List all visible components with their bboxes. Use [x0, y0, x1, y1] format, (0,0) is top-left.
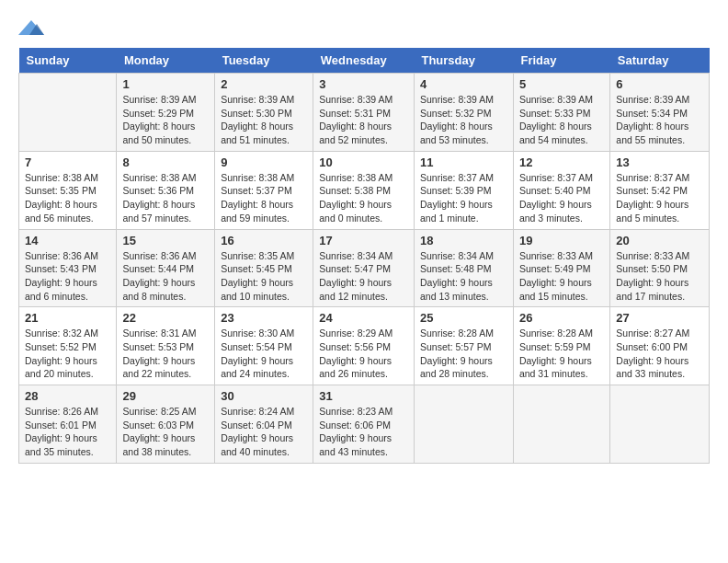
day-number: 18 — [420, 234, 507, 247]
calendar-table: SundayMondayTuesdayWednesdayThursdayFrid… — [18, 48, 710, 464]
day-detail: Sunrise: 8:39 AMSunset: 5:34 PMDaylight:… — [616, 93, 703, 147]
calendar-cell — [19, 74, 117, 152]
day-detail: Sunrise: 8:39 AMSunset: 5:30 PMDaylight:… — [221, 93, 307, 147]
calendar-cell: 29Sunrise: 8:25 AMSunset: 6:03 PMDayligh… — [117, 385, 215, 464]
calendar-week-row: 21Sunrise: 8:32 AMSunset: 5:52 PMDayligh… — [19, 307, 710, 385]
day-detail: Sunrise: 8:38 AMSunset: 5:38 PMDaylight:… — [319, 171, 408, 225]
day-number: 30 — [221, 389, 307, 403]
calendar-cell: 6Sunrise: 8:39 AMSunset: 5:34 PMDaylight… — [610, 74, 710, 152]
calendar-cell: 14Sunrise: 8:36 AMSunset: 5:43 PMDayligh… — [19, 229, 117, 307]
day-number: 24 — [319, 311, 408, 325]
day-number: 13 — [616, 155, 703, 169]
day-number: 17 — [319, 234, 408, 247]
calendar-cell: 21Sunrise: 8:32 AMSunset: 5:52 PMDayligh… — [19, 307, 117, 385]
day-number: 27 — [616, 311, 703, 325]
calendar-cell: 30Sunrise: 8:24 AMSunset: 6:04 PMDayligh… — [215, 385, 313, 464]
day-number: 31 — [319, 389, 408, 403]
day-number: 16 — [221, 234, 307, 247]
weekday-header-tuesday: Tuesday — [215, 48, 313, 74]
calendar-cell — [610, 385, 710, 464]
calendar-week-row: 7Sunrise: 8:38 AMSunset: 5:35 PMDaylight… — [19, 151, 710, 229]
day-detail: Sunrise: 8:39 AMSunset: 5:33 PMDaylight:… — [519, 93, 604, 147]
day-detail: Sunrise: 8:31 AMSunset: 5:53 PMDaylight:… — [122, 327, 209, 381]
calendar-cell: 31Sunrise: 8:23 AMSunset: 6:06 PMDayligh… — [313, 385, 415, 464]
calendar-cell: 11Sunrise: 8:37 AMSunset: 5:39 PMDayligh… — [414, 151, 513, 229]
day-number: 15 — [122, 234, 209, 247]
calendar-week-row: 28Sunrise: 8:26 AMSunset: 6:01 PMDayligh… — [19, 385, 710, 464]
page-header — [18, 18, 710, 39]
calendar-cell: 18Sunrise: 8:34 AMSunset: 5:48 PMDayligh… — [414, 229, 513, 307]
day-number: 25 — [420, 311, 507, 325]
day-number: 22 — [122, 311, 209, 325]
calendar-cell: 8Sunrise: 8:38 AMSunset: 5:36 PMDaylight… — [117, 151, 215, 229]
day-detail: Sunrise: 8:26 AMSunset: 6:01 PMDaylight:… — [25, 405, 110, 459]
day-number: 1 — [122, 77, 209, 91]
calendar-cell: 12Sunrise: 8:37 AMSunset: 5:40 PMDayligh… — [513, 151, 609, 229]
calendar-cell: 13Sunrise: 8:37 AMSunset: 5:42 PMDayligh… — [610, 151, 710, 229]
day-detail: Sunrise: 8:33 AMSunset: 5:50 PMDaylight:… — [616, 249, 703, 304]
calendar-cell: 23Sunrise: 8:30 AMSunset: 5:54 PMDayligh… — [215, 307, 313, 385]
day-detail: Sunrise: 8:32 AMSunset: 5:52 PMDaylight:… — [25, 327, 110, 381]
calendar-cell: 5Sunrise: 8:39 AMSunset: 5:33 PMDaylight… — [513, 74, 609, 152]
day-number: 26 — [519, 311, 604, 325]
calendar-cell: 25Sunrise: 8:28 AMSunset: 5:57 PMDayligh… — [414, 307, 513, 385]
day-detail: Sunrise: 8:37 AMSunset: 5:42 PMDaylight:… — [616, 171, 703, 225]
day-detail: Sunrise: 8:36 AMSunset: 5:44 PMDaylight:… — [122, 249, 209, 304]
day-detail: Sunrise: 8:25 AMSunset: 6:03 PMDaylight:… — [122, 405, 209, 459]
calendar-cell: 27Sunrise: 8:27 AMSunset: 6:00 PMDayligh… — [610, 307, 710, 385]
calendar-cell: 10Sunrise: 8:38 AMSunset: 5:38 PMDayligh… — [313, 151, 415, 229]
day-number: 5 — [519, 77, 604, 91]
weekday-header-monday: Monday — [117, 48, 215, 74]
day-number: 14 — [25, 234, 110, 247]
weekday-header-wednesday: Wednesday — [313, 48, 415, 74]
day-number: 2 — [221, 77, 307, 91]
day-detail: Sunrise: 8:38 AMSunset: 5:37 PMDaylight:… — [221, 171, 307, 225]
day-detail: Sunrise: 8:28 AMSunset: 5:59 PMDaylight:… — [519, 327, 604, 381]
day-detail: Sunrise: 8:30 AMSunset: 5:54 PMDaylight:… — [221, 327, 307, 381]
calendar-week-row: 1Sunrise: 8:39 AMSunset: 5:29 PMDaylight… — [19, 74, 710, 152]
logo-icon — [18, 18, 44, 39]
day-number: 20 — [616, 234, 703, 247]
day-number: 7 — [25, 155, 110, 169]
day-number: 4 — [420, 77, 507, 91]
day-detail: Sunrise: 8:39 AMSunset: 5:32 PMDaylight:… — [420, 93, 507, 147]
calendar-week-row: 14Sunrise: 8:36 AMSunset: 5:43 PMDayligh… — [19, 229, 710, 307]
day-number: 28 — [25, 389, 110, 403]
day-detail: Sunrise: 8:23 AMSunset: 6:06 PMDaylight:… — [319, 405, 408, 459]
day-detail: Sunrise: 8:37 AMSunset: 5:39 PMDaylight:… — [420, 171, 507, 225]
day-detail: Sunrise: 8:38 AMSunset: 5:35 PMDaylight:… — [25, 171, 110, 225]
calendar-cell: 16Sunrise: 8:35 AMSunset: 5:45 PMDayligh… — [215, 229, 313, 307]
day-number: 23 — [221, 311, 307, 325]
day-number: 29 — [122, 389, 209, 403]
day-detail: Sunrise: 8:39 AMSunset: 5:29 PMDaylight:… — [122, 93, 209, 147]
calendar-cell: 4Sunrise: 8:39 AMSunset: 5:32 PMDaylight… — [414, 74, 513, 152]
day-detail: Sunrise: 8:35 AMSunset: 5:45 PMDaylight:… — [221, 249, 307, 304]
weekday-header-thursday: Thursday — [414, 48, 513, 74]
calendar-cell — [414, 385, 513, 464]
day-number: 3 — [319, 77, 408, 91]
day-detail: Sunrise: 8:39 AMSunset: 5:31 PMDaylight:… — [319, 93, 408, 147]
calendar-cell: 2Sunrise: 8:39 AMSunset: 5:30 PMDaylight… — [215, 74, 313, 152]
day-number: 21 — [25, 311, 110, 325]
calendar-cell: 3Sunrise: 8:39 AMSunset: 5:31 PMDaylight… — [313, 74, 415, 152]
day-detail: Sunrise: 8:33 AMSunset: 5:49 PMDaylight:… — [519, 249, 604, 304]
day-detail: Sunrise: 8:28 AMSunset: 5:57 PMDaylight:… — [420, 327, 507, 381]
calendar-cell: 15Sunrise: 8:36 AMSunset: 5:44 PMDayligh… — [117, 229, 215, 307]
calendar-cell: 19Sunrise: 8:33 AMSunset: 5:49 PMDayligh… — [513, 229, 609, 307]
calendar-cell: 22Sunrise: 8:31 AMSunset: 5:53 PMDayligh… — [117, 307, 215, 385]
day-detail: Sunrise: 8:38 AMSunset: 5:36 PMDaylight:… — [122, 171, 209, 225]
calendar-cell: 20Sunrise: 8:33 AMSunset: 5:50 PMDayligh… — [610, 229, 710, 307]
day-detail: Sunrise: 8:34 AMSunset: 5:47 PMDaylight:… — [319, 249, 408, 304]
day-number: 10 — [319, 155, 408, 169]
calendar-cell: 7Sunrise: 8:38 AMSunset: 5:35 PMDaylight… — [19, 151, 117, 229]
day-detail: Sunrise: 8:29 AMSunset: 5:56 PMDaylight:… — [319, 327, 408, 381]
day-number: 12 — [519, 155, 604, 169]
calendar-cell: 26Sunrise: 8:28 AMSunset: 5:59 PMDayligh… — [513, 307, 609, 385]
logo — [18, 18, 48, 39]
day-number: 6 — [616, 77, 703, 91]
weekday-header-sunday: Sunday — [19, 48, 117, 74]
day-detail: Sunrise: 8:36 AMSunset: 5:43 PMDaylight:… — [25, 249, 110, 304]
calendar-cell — [513, 385, 609, 464]
weekday-header-friday: Friday — [513, 48, 609, 74]
day-detail: Sunrise: 8:24 AMSunset: 6:04 PMDaylight:… — [221, 405, 307, 459]
